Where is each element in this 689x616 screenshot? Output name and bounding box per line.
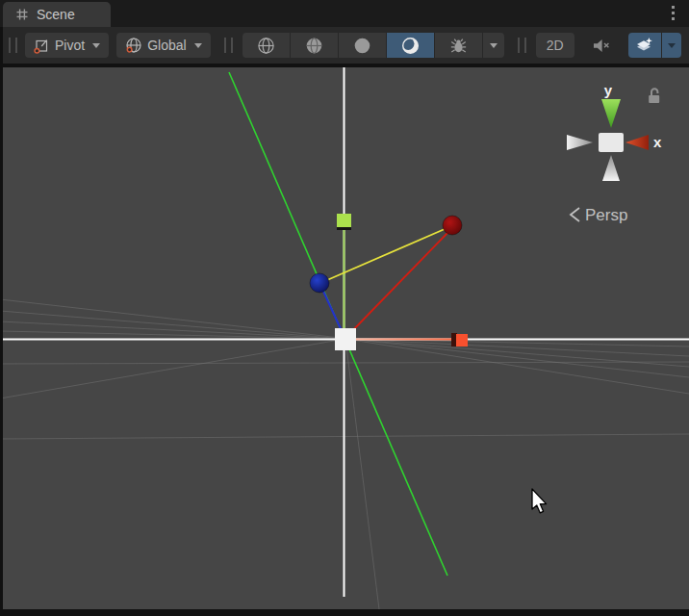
wireframe-sphere-icon [257,37,275,55]
scene-tab[interactable]: Scene [3,2,111,27]
red-link [349,232,448,334]
lit-sphere-icon [401,37,420,55]
audio-toggle-button[interactable] [586,33,619,58]
scene-viewport[interactable]: yxPersp [3,67,689,609]
persp-chevron-icon[interactable] [571,208,579,221]
gizmo-down-axis-cone[interactable] [602,155,620,181]
scene-toolbar: Pivot Global [0,27,689,64]
orange-cube[interactable] [456,334,468,346]
shaded-wireframe-sphere-icon [305,37,323,55]
tab-bar: Scene [0,0,689,27]
padlock-open-icon[interactable] [649,89,659,103]
gizmo-center-cube[interactable] [599,133,624,152]
arrow-cursor [532,489,547,513]
audio-muted-icon [593,38,611,54]
effects-toggle-button[interactable] [628,33,661,58]
white-cube[interactable] [335,328,356,350]
green-cube-shadow[interactable] [337,227,351,230]
chevron-down-icon [194,43,202,48]
scene-canvas[interactable]: yxPersp [3,67,689,609]
view-2d-label: 2D [547,38,564,53]
green-cube[interactable] [337,214,351,227]
scene-tab-label: Scene [37,7,75,22]
scene-grid-icon [15,8,29,21]
pivot-mode-dropdown[interactable]: Pivot [25,33,109,58]
pivot-mode-label: Pivot [55,38,85,53]
bug-icon [450,38,467,54]
effects-layers-icon [635,38,653,54]
shading-button-wireframe[interactable] [242,33,290,58]
toolbar-drag-handle[interactable] [518,38,526,53]
projection-label[interactable]: Persp [585,206,627,224]
grid-line [3,434,689,439]
debug-mode-button[interactable] [435,33,482,58]
shading-button-lit[interactable] [387,33,434,58]
gizmo-x-label: x [653,134,662,150]
grid-line [3,339,345,398]
shading-button-shaded-wireframe[interactable] [291,33,338,58]
blue-link [320,285,343,333]
chevron-down-icon [490,43,498,48]
chevron-down-icon [92,43,100,48]
red-sphere[interactable] [443,216,462,235]
gizmo-x-axis-cone[interactable] [625,135,649,150]
grid-line [3,362,689,364]
toolbar-drag-handle[interactable] [224,38,233,53]
blue-sphere[interactable] [310,273,329,293]
kebab-menu-icon[interactable] [672,6,675,20]
pivot-square-icon [34,38,50,54]
globe-icon [125,37,142,54]
global-space-dropdown[interactable]: Global [116,33,210,58]
global-space-label: Global [147,38,186,53]
shading-button-shaded[interactable] [339,33,386,58]
effects-dropdown[interactable] [662,33,681,58]
gizmo-y-axis-cone[interactable] [601,99,621,128]
gizmo-left-axis-cone[interactable] [567,135,593,150]
view-2d-toggle[interactable]: 2D [536,33,574,58]
debug-mode-dropdown[interactable] [483,33,504,58]
shaded-sphere-icon [353,37,371,55]
toolbar-drag-handle[interactable] [9,38,17,53]
chevron-down-icon [668,43,676,48]
gizmo-y-label: y [604,82,613,98]
